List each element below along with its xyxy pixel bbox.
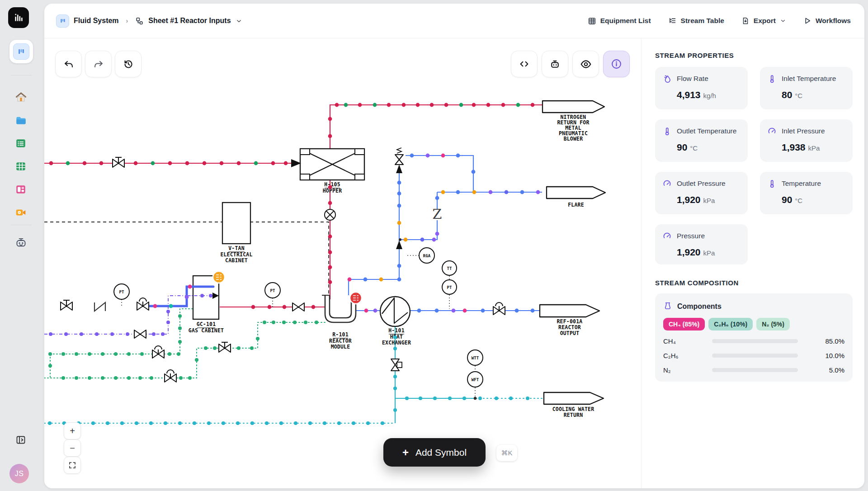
stream-waypoint[interactable] xyxy=(363,278,368,282)
stream-waypoint[interactable] xyxy=(66,161,70,165)
stream-waypoint[interactable] xyxy=(448,397,452,400)
sidebar-item-equipment-lists[interactable] xyxy=(14,136,28,151)
chip-n2[interactable]: N₂ (5%) xyxy=(756,318,790,330)
stream-waypoint[interactable] xyxy=(373,309,377,313)
stream-waypoint[interactable] xyxy=(416,103,420,107)
stream-waypoint[interactable] xyxy=(308,421,312,425)
stream-waypoint[interactable] xyxy=(435,196,439,200)
sidebar-item-assistant[interactable] xyxy=(14,236,28,249)
stream-waypoint[interactable] xyxy=(283,305,287,309)
stream-waypoint[interactable] xyxy=(478,397,482,400)
chip-c2h6[interactable]: C₂H₆ (10%) xyxy=(708,318,753,330)
stream-waypoint[interactable] xyxy=(452,309,456,313)
stream-waypoint[interactable] xyxy=(393,408,397,412)
stream-waypoint[interactable] xyxy=(114,376,118,380)
stream-waypoint[interactable] xyxy=(472,190,476,194)
stream-waypoint[interactable] xyxy=(200,294,204,297)
stream-waypoint[interactable] xyxy=(472,170,476,174)
stream-waypoint[interactable] xyxy=(328,134,332,138)
stream-waypoint[interactable] xyxy=(151,161,155,165)
stream-waypoint[interactable] xyxy=(88,352,91,356)
stream-waypoint[interactable] xyxy=(430,103,434,107)
stream-waypoint[interactable] xyxy=(456,190,460,194)
stream-waypoint[interactable] xyxy=(432,238,436,242)
stream-waypoint[interactable] xyxy=(293,321,297,324)
stream-waypoint[interactable] xyxy=(531,309,535,313)
stream-waypoint[interactable] xyxy=(150,376,153,380)
stream-waypoint[interactable] xyxy=(433,397,437,400)
stream-waypoint[interactable] xyxy=(381,421,384,425)
stream-waypoint[interactable] xyxy=(472,103,476,107)
stream-waypoint[interactable] xyxy=(282,321,286,324)
stream-waypoint[interactable] xyxy=(373,103,377,107)
stream-waypoint[interactable] xyxy=(99,161,104,165)
stream-waypoint[interactable] xyxy=(335,103,339,107)
stream-waypoint[interactable] xyxy=(417,309,421,313)
stream-waypoint[interactable] xyxy=(419,397,422,400)
fit-view-button[interactable] xyxy=(64,457,81,474)
sidebar-item-current-project[interactable] xyxy=(9,40,33,63)
stream-waypoint[interactable] xyxy=(83,161,87,165)
stream-waypoint[interactable] xyxy=(193,421,196,425)
zoom-in-button[interactable]: + xyxy=(64,422,81,439)
stream-waypoint[interactable] xyxy=(328,280,332,284)
stream-waypoint[interactable] xyxy=(64,332,68,336)
stream-waypoint[interactable] xyxy=(220,161,224,165)
stream-waypoint[interactable] xyxy=(61,352,65,356)
stream-waypoint[interactable] xyxy=(328,235,332,239)
stream-waypoint[interactable] xyxy=(358,103,362,107)
stream-waypoint[interactable] xyxy=(134,161,138,165)
stream-waypoint[interactable] xyxy=(284,161,288,165)
stream-waypoint[interactable] xyxy=(364,309,368,313)
stream-waypoint[interactable] xyxy=(49,161,53,165)
stream-waypoint[interactable] xyxy=(114,352,118,356)
stream-waypoint[interactable] xyxy=(397,204,401,208)
property-card-outlet-temperature[interactable]: Outlet Temperature 90°C xyxy=(655,119,748,162)
stream-waypoint[interactable] xyxy=(106,421,109,425)
stream-waypoint[interactable] xyxy=(120,421,124,425)
stream-waypoint[interactable] xyxy=(509,397,513,400)
equipment-list-button[interactable]: Equipment List xyxy=(588,17,651,25)
stream-waypoint[interactable] xyxy=(311,305,316,309)
components-card[interactable]: Components CH₄ (85%) C₂H₆ (10%) N₂ (5%) … xyxy=(655,293,853,382)
stream-waypoint[interactable] xyxy=(178,421,182,425)
stream-waypoint[interactable] xyxy=(48,421,52,425)
stream-line-nitrogen[interactable] xyxy=(44,105,542,307)
stream-waypoint[interactable] xyxy=(177,352,180,356)
code-view-button[interactable] xyxy=(511,51,538,77)
status-badge-warning[interactable] xyxy=(213,271,225,283)
stream-waypoint[interactable] xyxy=(404,238,408,242)
stream-waypoint[interactable] xyxy=(462,397,466,400)
offpage-flags[interactable] xyxy=(540,101,605,404)
stream-waypoint[interactable] xyxy=(166,321,170,324)
stream-waypoint[interactable] xyxy=(254,161,258,165)
stream-waypoint[interactable] xyxy=(441,154,445,158)
equipment-gc101-cabinet[interactable]: GC-101 GAS CABINET xyxy=(189,276,224,334)
stream-waypoint[interactable] xyxy=(251,305,255,309)
property-card-inlet-pressure[interactable]: Inlet Pressure 1,938kPa xyxy=(760,119,853,162)
stream-waypoint[interactable] xyxy=(178,340,182,344)
stream-waypoint[interactable] xyxy=(188,285,192,289)
stream-waypoint[interactable] xyxy=(166,310,170,313)
stream-waypoint[interactable] xyxy=(236,421,240,425)
stream-waypoint[interactable] xyxy=(164,421,167,425)
stream-waypoint[interactable] xyxy=(178,314,182,318)
stream-waypoint[interactable] xyxy=(195,358,198,362)
sidebar-item-files[interactable] xyxy=(14,113,28,127)
stream-waypoint[interactable] xyxy=(397,278,401,282)
stream-waypoint[interactable] xyxy=(213,346,217,350)
stream-waypoint[interactable] xyxy=(263,321,266,324)
stream-waypoint[interactable] xyxy=(250,421,254,425)
stream-waypoint[interactable] xyxy=(61,376,65,380)
stream-waypoint[interactable] xyxy=(272,321,275,324)
property-card-pressure[interactable]: Pressure 1,920kPa xyxy=(655,224,748,264)
stream-waypoint[interactable] xyxy=(397,221,401,225)
stream-waypoint[interactable] xyxy=(49,332,52,336)
sidebar-item-layouts[interactable] xyxy=(14,182,28,197)
stream-waypoint[interactable] xyxy=(463,309,467,313)
property-card-temperature[interactable]: Temperature 90°C xyxy=(760,172,853,214)
stream-waypoint[interactable] xyxy=(328,185,332,189)
preview-button[interactable] xyxy=(572,51,599,77)
stream-waypoint[interactable] xyxy=(101,376,104,380)
sidebar-item-stream-tables[interactable] xyxy=(14,159,28,174)
